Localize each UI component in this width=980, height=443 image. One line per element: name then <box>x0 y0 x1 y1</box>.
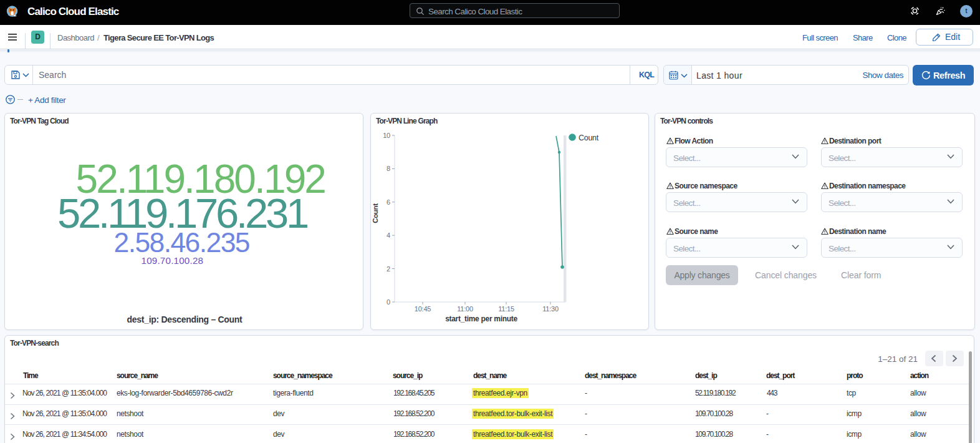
svg-text:11:15: 11:15 <box>498 305 514 313</box>
svg-text:8: 8 <box>387 165 390 172</box>
svg-text:10:45: 10:45 <box>415 305 431 313</box>
svg-text:Count: Count <box>579 134 599 142</box>
svg-text:4: 4 <box>387 231 390 239</box>
svg-text:0: 0 <box>387 298 390 306</box>
svg-text:2: 2 <box>387 265 390 273</box>
svg-text:11:00: 11:00 <box>457 305 473 313</box>
svg-text:6: 6 <box>387 198 390 206</box>
svg-text:start_time per minute: start_time per minute <box>445 314 517 323</box>
svg-text:11:30: 11:30 <box>542 305 559 313</box>
svg-text:10: 10 <box>383 132 390 139</box>
svg-text:Count: Count <box>372 203 379 223</box>
